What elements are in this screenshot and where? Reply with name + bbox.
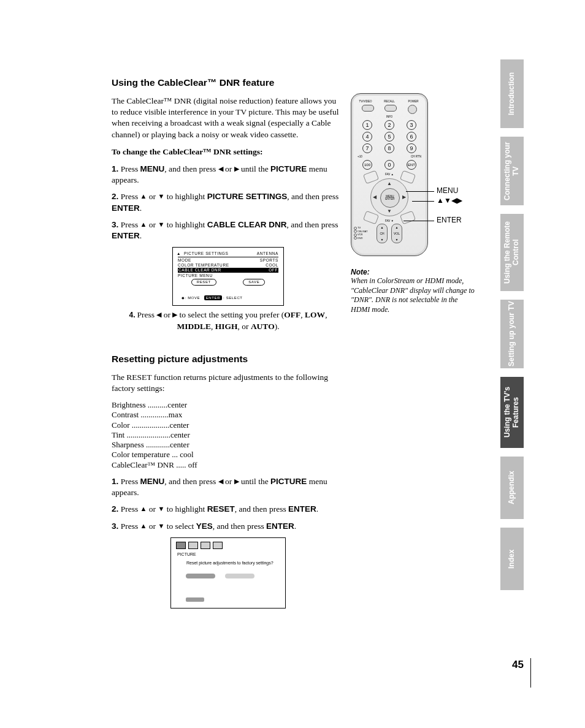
down-triangle-icon: ▼ <box>158 192 164 201</box>
heading-cableclear: Using the CableClear™ DNR feature <box>112 77 345 89</box>
down-triangle-icon: ▼ <box>158 220 164 229</box>
step-2: 2. Press ▲ or ▼ to highlight PICTURE SET… <box>112 191 345 213</box>
side-tab: Introduction <box>500 59 524 128</box>
osd2-msg: Reset picture adjustments to factory set… <box>186 560 279 566</box>
osd-footer: ◆: MOVE ENTER: SELECT <box>182 295 243 300</box>
step-1: 1. Press MENU, and then press ◀ or ▶ unt… <box>112 164 345 186</box>
reset-para: The RESET function returns picture adjus… <box>112 372 345 394</box>
num-8: 8 <box>384 143 394 153</box>
side-tab: Connecting your TV <box>500 137 524 205</box>
callout-menu: MENU <box>437 186 458 195</box>
num-9: 9 <box>407 143 416 153</box>
info-label: INFO <box>356 115 422 118</box>
side-tabs: IntroductionConnecting your TVUsing the … <box>500 59 524 590</box>
dpad: FAV ▲ ▲ ▼ ◀ ▶ MENUENTER FAV ▼ <box>365 173 413 221</box>
tv-video-button <box>362 105 374 112</box>
up-triangle-icon: ▲ <box>140 192 147 201</box>
osd-tab-icon <box>188 542 198 549</box>
num-4: 4 <box>362 132 372 142</box>
lead-in: To change the CableClear™ DNR settings: <box>112 146 345 157</box>
page-number: 45 <box>512 659 524 671</box>
num-6: 6 <box>407 132 416 142</box>
step4-arrows: 4. Press ◀ or ▶ to select the setting yo… <box>112 309 345 332</box>
right-triangle-icon: ▶ <box>234 164 239 173</box>
callout-enter: ENTER <box>437 216 462 224</box>
recall-button <box>384 105 397 112</box>
osd-ok <box>186 597 204 602</box>
reset-list: Brightness ..........center Contrast ...… <box>112 400 345 470</box>
power-button <box>408 105 417 114</box>
num-0: 0 <box>384 160 394 170</box>
side-tab: Using the TV's Features <box>500 377 524 448</box>
num-7: 7 <box>362 143 372 153</box>
osd-tab-icon <box>176 542 186 549</box>
num-ent: ENT <box>407 160 416 170</box>
step-3: 3. Press ▲ or ▼ to highlight CABLE CLEAR… <box>112 219 345 241</box>
r-step-1: 1. Press MENU, and then press ◀ or ▶ unt… <box>112 476 345 498</box>
vol-rocker: ▲VOL▼ <box>391 224 402 243</box>
mode-leds: TVCBL/SATVCRDVD <box>354 226 367 240</box>
remote-illustration: TV/VIDEORECALLPOWER INFO 123 456 789 +10… <box>351 93 473 256</box>
osd-tab-icon <box>201 542 210 549</box>
heading-reset: Resetting picture adjustments <box>112 353 345 366</box>
r-step-3: 3. Press ▲ or ▼ to select YES, and then … <box>112 521 345 532</box>
side-tab: Appendix <box>500 457 524 519</box>
num-2: 2 <box>384 120 394 130</box>
page-rule <box>530 658 531 688</box>
main-column: Using the CableClear™ DNR feature The Ca… <box>112 77 345 612</box>
osd-no-button <box>225 574 254 578</box>
ch-rocker: ▲CH▼ <box>377 224 388 243</box>
side-tab: Index <box>500 528 524 590</box>
osd-reset: PICTURE Reset picture adjustments to fac… <box>170 537 286 609</box>
num-3: 3 <box>407 120 416 130</box>
osd-picture-settings: ▲ PICTURE SETTINGSANTENNA MODESPORTS COL… <box>172 247 284 306</box>
osd-save-button: SAVE <box>243 279 265 286</box>
menu-enter-button: MENUENTER <box>380 188 400 208</box>
num-100: 100 <box>362 160 372 170</box>
osd-tab-icon <box>213 542 223 549</box>
side-tab: Using the Remote Control <box>500 214 524 291</box>
osd-reset-button: RESET <box>191 279 216 286</box>
left-triangle-icon: ◀ <box>218 164 223 173</box>
osd-yes-button <box>186 574 215 578</box>
num-1: 1 <box>362 120 372 130</box>
note-box: Note: When in ColorStream or HDMI mode, … <box>351 268 476 314</box>
num-5: 5 <box>384 132 394 142</box>
callout-arrows: ▲▼◀▶ <box>437 196 462 205</box>
side-tab: Setting up your TV <box>500 300 524 368</box>
up-triangle-icon: ▲ <box>140 220 147 229</box>
r-step-2: 2. Press ▲ or ▼ to highlight RESET, and … <box>112 504 345 515</box>
osd2-title: PICTURE <box>177 552 196 557</box>
intro-para: The CableClear™ DNR (digital noise reduc… <box>112 96 345 140</box>
